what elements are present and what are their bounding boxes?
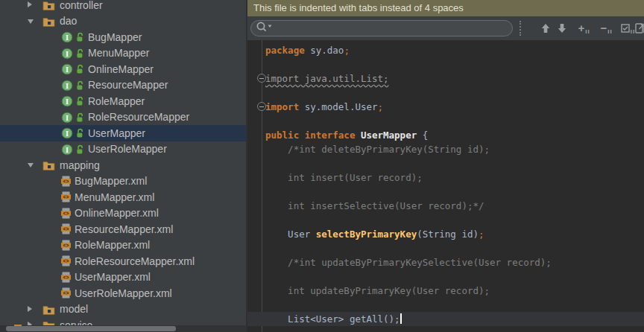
tree-item-label: model (60, 303, 88, 315)
tree-horizontal-scrollbar-track[interactable] (0, 325, 246, 332)
lock-icon (75, 64, 84, 74)
code-editor[interactable]: package sy.dao;import java.util.List;imp… (247, 40, 644, 332)
next-occurrence-icon[interactable] (555, 22, 569, 35)
code-token: import (265, 101, 305, 112)
search-icon[interactable] (256, 21, 274, 36)
code-token: sy.model.User (305, 101, 378, 112)
tree-item-resourcemapper[interactable]: IResourceMapper (0, 77, 246, 94)
tree-item-mapping[interactable]: mapping (0, 157, 246, 173)
inspections-widget-icon[interactable] (640, 22, 644, 35)
tree-item-usermapper-xml[interactable]: <>UserMapper.xml (0, 269, 246, 286)
tree-item-label: BugMapper.xml (75, 175, 147, 187)
interface-icon: I (61, 112, 73, 124)
add-occurrence-icon[interactable]: +II (574, 22, 593, 35)
tree-item-dao[interactable]: dao (0, 13, 246, 30)
xml-file-icon: <> (61, 240, 71, 251)
chevron-right-icon[interactable] (28, 306, 32, 312)
tree-item-usermapper[interactable]: IUserMapper (0, 125, 246, 141)
tree-item-userrolemapper-xml[interactable]: <>UserRoleMapper.xml (0, 285, 246, 301)
code-line: /*int updateByPrimaryKeySelective(User r… (247, 255, 644, 269)
code-token: public interface (265, 130, 361, 141)
code-line (247, 156, 644, 170)
tree-item-bugmapper[interactable]: IBugMapper (0, 29, 246, 45)
search-input[interactable] (274, 22, 512, 35)
svg-text:<>: <> (63, 291, 69, 296)
package-folder-icon (42, 0, 55, 10)
code-line (247, 298, 644, 312)
toolbar-drag-handle[interactable] (520, 21, 521, 36)
fold-collapse-icon[interactable] (257, 74, 266, 83)
chevron-down-icon[interactable] (28, 163, 34, 167)
tree-item-roleresourcemapper-xml[interactable]: <>RoleResourceMapper.xml (0, 253, 246, 269)
code-token: ; (378, 101, 384, 112)
remove-occurrence-icon[interactable]: −II (596, 22, 616, 35)
xml-file-icon: <> (61, 287, 71, 299)
code-line: int insert(User record); (247, 170, 644, 185)
tree-item-resourcemapper-xml[interactable]: <>ResourceMapper.xml (0, 221, 246, 237)
lock-icon (75, 128, 84, 138)
lock-icon (75, 112, 84, 123)
svg-text:<>: <> (63, 227, 69, 232)
package-folder-icon (42, 16, 55, 27)
tree-item-label: UserMapper.xml (75, 271, 151, 283)
lock-icon (75, 80, 84, 91)
tree-item-rolemapper[interactable]: IRoleMapper (0, 93, 246, 109)
interface-icon: I (61, 31, 73, 43)
interface-icon: I (61, 95, 73, 107)
code-token: List<User> getAll(); (265, 313, 400, 325)
search-box[interactable] (250, 20, 513, 36)
svg-text:<>: <> (63, 179, 69, 184)
fold-collapse-icon[interactable] (257, 102, 266, 111)
code-token: { (423, 130, 429, 141)
tree-item-label: MenuMapper (88, 47, 150, 59)
code-token: (String id) (417, 229, 479, 240)
tree-item-label: OnlineMapper (88, 63, 154, 75)
code-line: import java.util.List; (247, 71, 644, 86)
text-caret (400, 313, 402, 324)
code-token: import java.util.List; (265, 73, 389, 84)
code-line (247, 86, 644, 100)
xml-file-icon: <> (61, 223, 71, 234)
tree-item-userrolemapper[interactable]: IUserRoleMapper (0, 141, 246, 158)
find-toolbar: +II −II II (247, 16, 644, 40)
code-line (247, 213, 644, 227)
xml-file-icon: <> (61, 255, 71, 266)
tree-item-label: OnlineMapper.xml (75, 207, 159, 219)
ide-window: controllerdaoIBugMapperIMenuMapperIOnlin… (0, 0, 644, 332)
xml-file-icon: <> (61, 272, 71, 283)
lock-icon (75, 32, 84, 42)
code-line: package sy.dao; (247, 43, 644, 57)
interface-icon: I (61, 63, 73, 75)
tree-item-model[interactable]: model (0, 301, 246, 318)
code-token: sy.dao (310, 45, 344, 56)
package-folder-icon (42, 160, 55, 170)
indentation-notification-banner: This file is indented with tabs instead … (247, 0, 644, 16)
svg-text:I: I (66, 130, 69, 138)
code-token: UserMapper (361, 130, 423, 141)
code-line: int updateByPrimaryKey(User record); (247, 284, 644, 298)
tree-item-menumapper[interactable]: IMenuMapper (0, 45, 246, 62)
tree-item-label: ResourceMapper (88, 79, 168, 91)
tree-item-rolemapper-xml[interactable]: <>RoleMapper.xml (0, 237, 246, 254)
lock-icon (75, 144, 84, 155)
chevron-down-icon[interactable] (28, 19, 34, 24)
partially-scrolled-item-indicator (14, 325, 22, 326)
editor-pane: This file is indented with tabs instead … (246, 0, 644, 332)
tree-item-menumapper-xml[interactable]: <>MenuMapper.xml (0, 189, 246, 205)
project-tree[interactable]: controllerdaoIBugMapperIMenuMapperIOnlin… (0, 0, 246, 332)
tree-horizontal-scrollbar-thumb[interactable] (6, 326, 176, 331)
interface-icon: I (61, 80, 73, 92)
tree-item-label: dao (60, 15, 77, 27)
tree-item-onlinemapper-xml[interactable]: <>OnlineMapper.xml (0, 205, 246, 222)
chevron-right-icon[interactable] (28, 1, 32, 7)
tree-item-bugmapper-xml[interactable]: <>BugMapper.xml (0, 173, 246, 190)
tree-item-controller[interactable]: controller (0, 0, 246, 13)
code-line: public interface UserMapper { (247, 128, 644, 142)
svg-text:I: I (66, 146, 69, 154)
code-line (247, 185, 644, 199)
prev-occurrence-icon[interactable] (538, 22, 553, 35)
tree-item-onlinemapper[interactable]: IOnlineMapper (0, 61, 246, 77)
svg-text:I: I (66, 98, 69, 106)
code-token: User (265, 229, 316, 240)
tree-item-roleresourcemapper[interactable]: IRoleResourceMapper (0, 109, 246, 126)
